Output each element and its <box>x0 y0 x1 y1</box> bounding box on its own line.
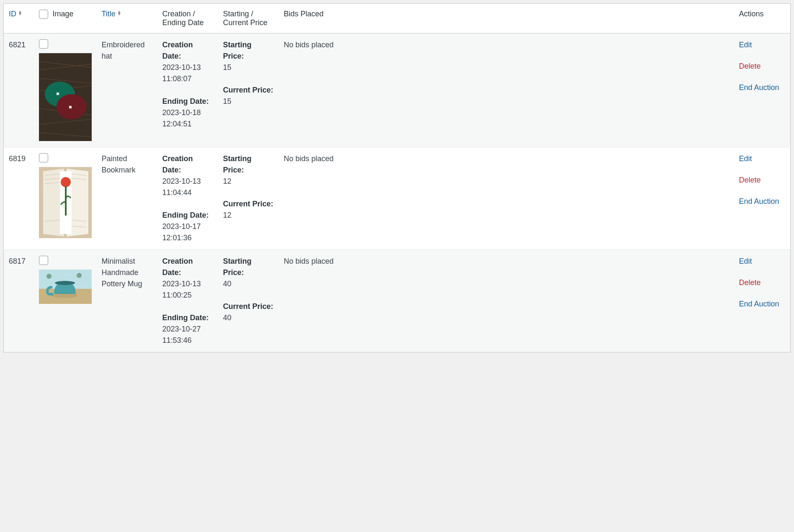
starting-price-label: Starting Price: <box>223 41 252 60</box>
creation-date-label: Creation Date: <box>162 41 193 60</box>
column-header-dates: Creation / Ending Date <box>157 4 218 33</box>
svg-point-24 <box>61 177 71 187</box>
creation-date-value: 2023-10-13 11:00:25 <box>162 278 213 301</box>
creation-date-value: 2023-10-13 11:04:44 <box>162 176 213 198</box>
ending-date-value: 2023-10-27 11:53:46 <box>162 324 213 346</box>
row-select-checkbox[interactable] <box>39 256 48 265</box>
column-header-id[interactable]: ID ▲▼ <box>4 4 34 33</box>
cell-image <box>34 250 97 352</box>
table-row: 6819 <box>4 147 791 250</box>
column-header-title[interactable]: Title ▲▼ <box>97 4 157 33</box>
svg-rect-10 <box>57 93 59 95</box>
column-image-label: Image <box>53 10 74 18</box>
starting-price-label: Starting Price: <box>223 154 252 174</box>
row-select-checkbox[interactable] <box>39 153 48 162</box>
cell-title: Minimalist Handmade Pottery Mug <box>97 250 157 352</box>
column-actions-label: Actions <box>739 10 764 18</box>
cell-dates: Creation Date: 2023-10-13 11:08:07 Endin… <box>157 33 218 147</box>
row-select-checkbox[interactable] <box>39 39 48 49</box>
ending-date-value: 2023-10-18 12:04:51 <box>162 107 213 130</box>
svg-rect-25 <box>65 186 67 216</box>
cell-bids: No bids placed <box>279 250 734 352</box>
cell-actions: Edit Delete End Auction <box>734 33 791 147</box>
column-id-label: ID <box>9 10 16 18</box>
svg-point-29 <box>77 273 82 278</box>
select-all-checkbox[interactable] <box>39 10 48 19</box>
end-auction-link[interactable]: End Auction <box>739 82 786 93</box>
current-price-value: 15 <box>223 96 274 107</box>
current-price-label: Current Price: <box>223 302 273 311</box>
product-thumbnail <box>39 53 92 141</box>
sort-icon: ▲▼ <box>117 12 121 17</box>
ending-date-value: 2023-10-17 12:01:36 <box>162 221 213 244</box>
starting-price-value: 40 <box>223 278 274 290</box>
column-dates-label: Creation / Ending Date <box>162 10 204 27</box>
column-title-label: Title <box>102 10 116 18</box>
cell-price: Starting Price: 15 Current Price: 15 <box>218 33 279 147</box>
svg-rect-11 <box>69 106 72 108</box>
sort-icon: ▲▼ <box>18 12 22 17</box>
cell-image <box>34 33 97 147</box>
cell-bids: No bids placed <box>279 147 734 250</box>
cell-title: Painted Bookmark <box>97 147 157 250</box>
ending-date-label: Ending Date: <box>162 314 209 322</box>
current-price-value: 40 <box>223 312 274 324</box>
svg-point-31 <box>52 293 77 298</box>
cell-dates: Creation Date: 2023-10-13 11:04:44 Endin… <box>157 147 218 250</box>
product-thumbnail <box>39 167 92 238</box>
current-price-label: Current Price: <box>223 200 273 208</box>
cell-id: 6819 <box>4 147 34 250</box>
cell-image <box>34 147 97 250</box>
cell-price: Starting Price: 12 Current Price: 12 <box>218 147 279 250</box>
starting-price-label: Starting Price: <box>223 257 252 277</box>
table-row: 6821 Embroidered hat <box>4 33 791 147</box>
ending-date-label: Ending Date: <box>162 97 209 105</box>
creation-date-label: Creation Date: <box>162 257 193 277</box>
edit-link[interactable]: Edit <box>739 153 786 164</box>
delete-link[interactable]: Delete <box>739 175 786 186</box>
end-auction-link[interactable]: End Auction <box>739 196 786 207</box>
column-price-label: Starting / Current Price <box>223 10 268 27</box>
starting-price-value: 12 <box>223 176 274 187</box>
creation-date-value: 2023-10-13 11:08:07 <box>162 62 213 85</box>
delete-link[interactable]: Delete <box>739 277 786 288</box>
column-header-bids: Bids Placed <box>279 4 734 33</box>
svg-point-30 <box>55 281 75 285</box>
cell-dates: Creation Date: 2023-10-13 11:00:25 Endin… <box>157 250 218 352</box>
cell-title: Embroidered hat <box>97 33 157 147</box>
ending-date-label: Ending Date: <box>162 211 209 219</box>
cell-actions: Edit Delete End Auction <box>734 250 791 352</box>
column-header-image: Image <box>34 4 97 33</box>
end-auction-link[interactable]: End Auction <box>739 298 786 310</box>
cell-bids: No bids placed <box>279 33 734 147</box>
column-bids-label: Bids Placed <box>284 10 324 18</box>
cell-price: Starting Price: 40 Current Price: 40 <box>218 250 279 352</box>
table-row: 6817 Minimalist Handmade Pottery Mug Cre… <box>4 250 791 352</box>
cell-actions: Edit Delete End Auction <box>734 147 791 250</box>
current-price-value: 12 <box>223 210 274 221</box>
cell-id: 6821 <box>4 33 34 147</box>
column-header-price: Starting / Current Price <box>218 4 279 33</box>
column-header-actions: Actions <box>734 4 791 33</box>
cell-id: 6817 <box>4 250 34 352</box>
auctions-table: ID ▲▼ Image Title ▲▼ Creation / Ending D… <box>3 3 791 352</box>
svg-point-28 <box>46 274 52 279</box>
edit-link[interactable]: Edit <box>739 39 786 51</box>
delete-link[interactable]: Delete <box>739 61 786 72</box>
current-price-label: Current Price: <box>223 86 273 94</box>
edit-link[interactable]: Edit <box>739 256 786 267</box>
starting-price-value: 15 <box>223 62 274 73</box>
product-thumbnail <box>39 270 92 304</box>
creation-date-label: Creation Date: <box>162 154 193 174</box>
